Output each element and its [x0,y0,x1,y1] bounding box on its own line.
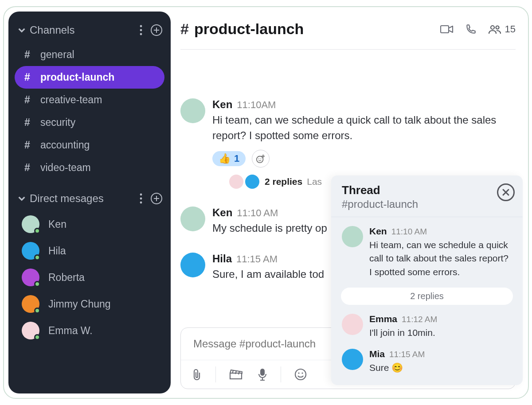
sidebar-item-general[interactable]: #general [15,43,164,66]
svg-rect-15 [260,369,265,376]
channel-label: product-launch [40,71,114,83]
message-time: 11:15 AM [389,350,425,359]
channel-label: creative-team [40,94,102,106]
avatar [180,98,205,123]
audio-call-button[interactable] [465,23,477,35]
channels-header[interactable]: Channels [8,19,171,41]
presence-indicator [34,334,40,340]
svg-rect-8 [441,26,449,33]
reply-count-divider: 2 replies [341,288,513,305]
add-dm-button[interactable] [150,192,163,205]
dm-item-emma-w[interactable]: Emma W. [15,317,164,344]
sidebar-item-product-launch[interactable]: #product-launch [15,66,164,89]
header-actions: 15 [440,23,516,35]
channels-title: Channels [30,24,132,36]
channel-name: product-launch [194,20,304,38]
channel-label: accounting [40,139,90,151]
message-text: Sure 😊 [369,361,512,374]
add-channel-button[interactable] [150,24,163,36]
sidebar-item-video-team[interactable]: #video-team [15,156,164,179]
avatar [342,349,363,370]
svg-point-1 [140,29,142,31]
member-count-button[interactable]: 15 [488,23,516,35]
avatar [342,226,363,247]
main-panel: # product-launch 15 [175,7,528,398]
svg-point-6 [140,202,142,204]
reaction-thumbs-up[interactable]: 👍 1 [212,151,246,166]
message-author: Emma [369,314,397,324]
svg-point-0 [140,25,142,27]
message-author: Mia [369,349,385,359]
svg-point-13 [261,158,262,159]
hash-icon: # [24,49,40,61]
svg-point-9 [491,26,494,29]
presence-indicator [34,281,40,287]
sidebar-item-creative-team[interactable]: #creative-team [15,89,164,111]
svg-point-16 [295,369,306,380]
thread-message-list: Ken11:10 AM Hi team, can we schedule a q… [331,217,523,385]
dm-title: Direct mesages [30,192,132,205]
clapper-icon[interactable] [229,369,243,380]
hash-icon: # [24,71,40,83]
add-reaction-button[interactable] [252,150,270,167]
svg-point-12 [258,158,259,159]
svg-point-18 [301,372,303,374]
channel-label: general [40,49,74,61]
avatar [180,253,205,277]
message-author: Ken [212,98,232,111]
dm-label: Ken [48,218,66,230]
thread-subtitle: #product-launch [342,198,497,210]
channel-label: security [40,117,75,129]
channel-label: video-team [40,162,91,174]
presence-indicator [34,228,40,234]
attachment-icon[interactable] [192,368,202,381]
emoji-icon[interactable] [294,368,307,381]
thread-title: Thread [342,183,497,197]
hash-icon: # [24,117,40,129]
chevron-down-icon [18,27,25,34]
dm-item-ken[interactable]: Ken [15,211,164,238]
hash-icon: # [180,20,189,38]
avatar [228,174,244,190]
reaction-count: 1 [234,153,239,164]
thread-message[interactable]: Ken11:10 AM Hi team, can we schedule a q… [339,222,515,283]
message-author: Hila [212,253,232,265]
svg-point-2 [140,33,142,35]
message-time: 11:10 AM [391,227,427,237]
thread-last-reply: Las [307,176,322,187]
message-text: I'll join in 10min. [369,326,512,339]
thread-header: Thread #product-launch [331,175,523,217]
close-button[interactable] [497,183,515,201]
sidebar-item-accounting[interactable]: #accounting [15,134,164,156]
chevron-down-icon [18,195,25,202]
dm-item-jimmy-chung[interactable]: Jimmy Chung [15,291,164,317]
svg-point-4 [140,194,142,196]
hash-icon: # [24,94,40,106]
avatar [244,174,260,190]
microphone-icon[interactable] [258,368,267,381]
message-text: Hi team, can we schedule a quick call to… [369,238,512,279]
more-icon[interactable] [140,25,142,35]
presence-indicator [34,254,40,261]
svg-point-5 [140,198,142,200]
message-text: Hi team, can we schedule a quick call to… [212,113,516,144]
reactions: 👍 1 [212,150,516,167]
message-author: Ken [369,226,387,237]
dm-item-hila[interactable]: Hila [15,238,164,264]
video-call-button[interactable] [440,24,454,34]
channel-title: # product-launch [180,20,304,38]
message-time: 11:10AM [237,99,276,111]
message-author: Ken [212,206,232,219]
dm-label: Hila [48,245,66,257]
thread-message[interactable]: Mia11:15 AM Sure 😊 [339,344,515,379]
more-icon[interactable] [140,193,142,204]
sidebar: Channels #general #product-launch #creat… [8,12,171,393]
dm-header[interactable]: Direct mesages [8,188,171,209]
thread-message[interactable]: Emma11:12 AM I'll join in 10min. [339,309,515,344]
message-time: 11:10 AM [237,207,278,219]
sidebar-item-security[interactable]: #security [15,111,164,134]
svg-point-17 [298,372,299,374]
dm-item-roberta[interactable]: Roberta [15,264,164,291]
presence-indicator [34,308,40,314]
reaction-emoji: 👍 [219,153,231,164]
